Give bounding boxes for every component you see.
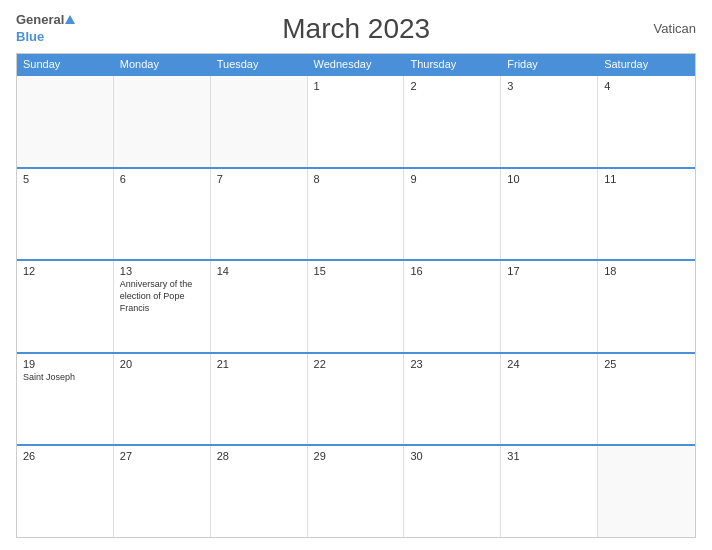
weeks-container: 1 2 3 4 5 6 bbox=[17, 74, 695, 537]
header-saturday: Saturday bbox=[598, 54, 695, 74]
day-cell-empty bbox=[598, 446, 695, 537]
day-cell-31: 31 bbox=[501, 446, 598, 537]
day-number: 10 bbox=[507, 173, 591, 185]
day-number: 20 bbox=[120, 358, 204, 370]
day-cell-15: 15 bbox=[308, 261, 405, 352]
page: General Blue March 2023 Vatican Sunday M… bbox=[0, 0, 712, 550]
day-cell-21: 21 bbox=[211, 354, 308, 445]
logo-triangle-icon bbox=[65, 15, 75, 24]
day-number: 23 bbox=[410, 358, 494, 370]
day-number: 22 bbox=[314, 358, 398, 370]
day-cell-10: 10 bbox=[501, 169, 598, 260]
week-row-3: 12 13 Anniversary of the election of Pop… bbox=[17, 259, 695, 352]
day-number: 11 bbox=[604, 173, 689, 185]
day-number: 14 bbox=[217, 265, 301, 277]
logo-general: General bbox=[16, 12, 64, 27]
week-row-1: 1 2 3 4 bbox=[17, 74, 695, 167]
event-saint-joseph: Saint Joseph bbox=[23, 372, 107, 384]
day-number: 9 bbox=[410, 173, 494, 185]
day-cell-23: 23 bbox=[404, 354, 501, 445]
day-cell-20: 20 bbox=[114, 354, 211, 445]
day-cell-empty bbox=[114, 76, 211, 167]
day-cell-18: 18 bbox=[598, 261, 695, 352]
header: General Blue March 2023 Vatican bbox=[16, 12, 696, 45]
day-cell-13: 13 Anniversary of the election of Pope F… bbox=[114, 261, 211, 352]
day-cell-8: 8 bbox=[308, 169, 405, 260]
day-cell-30: 30 bbox=[404, 446, 501, 537]
day-number: 27 bbox=[120, 450, 204, 462]
day-number: 26 bbox=[23, 450, 107, 462]
logo: General Blue bbox=[16, 12, 76, 45]
day-cell-1: 1 bbox=[308, 76, 405, 167]
day-number: 19 bbox=[23, 358, 107, 370]
header-tuesday: Tuesday bbox=[211, 54, 308, 74]
day-cell-14: 14 bbox=[211, 261, 308, 352]
day-number: 7 bbox=[217, 173, 301, 185]
day-number: 13 bbox=[120, 265, 204, 277]
day-number: 4 bbox=[604, 80, 689, 92]
logo-blue: Blue bbox=[16, 29, 44, 44]
day-number: 21 bbox=[217, 358, 301, 370]
day-cell-6: 6 bbox=[114, 169, 211, 260]
week-row-2: 5 6 7 8 9 10 11 bbox=[17, 167, 695, 260]
header-thursday: Thursday bbox=[404, 54, 501, 74]
day-cell-5: 5 bbox=[17, 169, 114, 260]
day-number: 8 bbox=[314, 173, 398, 185]
day-cell-2: 2 bbox=[404, 76, 501, 167]
day-cell-empty bbox=[211, 76, 308, 167]
day-number: 2 bbox=[410, 80, 494, 92]
calendar-title: March 2023 bbox=[76, 13, 636, 45]
header-sunday: Sunday bbox=[17, 54, 114, 74]
day-number: 25 bbox=[604, 358, 689, 370]
day-number: 6 bbox=[120, 173, 204, 185]
header-wednesday: Wednesday bbox=[308, 54, 405, 74]
calendar: Sunday Monday Tuesday Wednesday Thursday… bbox=[16, 53, 696, 538]
day-cell-26: 26 bbox=[17, 446, 114, 537]
day-cell-11: 11 bbox=[598, 169, 695, 260]
day-cell-27: 27 bbox=[114, 446, 211, 537]
day-number: 17 bbox=[507, 265, 591, 277]
header-friday: Friday bbox=[501, 54, 598, 74]
day-cell-22: 22 bbox=[308, 354, 405, 445]
day-number: 24 bbox=[507, 358, 591, 370]
day-number: 29 bbox=[314, 450, 398, 462]
day-cell-29: 29 bbox=[308, 446, 405, 537]
day-cell-3: 3 bbox=[501, 76, 598, 167]
day-number: 30 bbox=[410, 450, 494, 462]
event-anniversary: Anniversary of the election of Pope Fran… bbox=[120, 279, 204, 314]
day-cell-16: 16 bbox=[404, 261, 501, 352]
day-cell-17: 17 bbox=[501, 261, 598, 352]
country-label: Vatican bbox=[636, 21, 696, 36]
day-number: 31 bbox=[507, 450, 591, 462]
day-number: 18 bbox=[604, 265, 689, 277]
day-number: 3 bbox=[507, 80, 591, 92]
day-cell-19: 19 Saint Joseph bbox=[17, 354, 114, 445]
week-row-4: 19 Saint Joseph 20 21 22 23 24 bbox=[17, 352, 695, 445]
header-monday: Monday bbox=[114, 54, 211, 74]
day-cell-9: 9 bbox=[404, 169, 501, 260]
day-cell-28: 28 bbox=[211, 446, 308, 537]
day-number: 12 bbox=[23, 265, 107, 277]
week-row-5: 26 27 28 29 30 31 bbox=[17, 444, 695, 537]
day-cell-empty bbox=[17, 76, 114, 167]
day-number: 16 bbox=[410, 265, 494, 277]
day-number: 1 bbox=[314, 80, 398, 92]
day-cell-12: 12 bbox=[17, 261, 114, 352]
day-cell-24: 24 bbox=[501, 354, 598, 445]
day-number: 28 bbox=[217, 450, 301, 462]
day-cell-25: 25 bbox=[598, 354, 695, 445]
day-cell-7: 7 bbox=[211, 169, 308, 260]
day-number: 15 bbox=[314, 265, 398, 277]
day-number: 5 bbox=[23, 173, 107, 185]
day-headers-row: Sunday Monday Tuesday Wednesday Thursday… bbox=[17, 54, 695, 74]
day-cell-4: 4 bbox=[598, 76, 695, 167]
